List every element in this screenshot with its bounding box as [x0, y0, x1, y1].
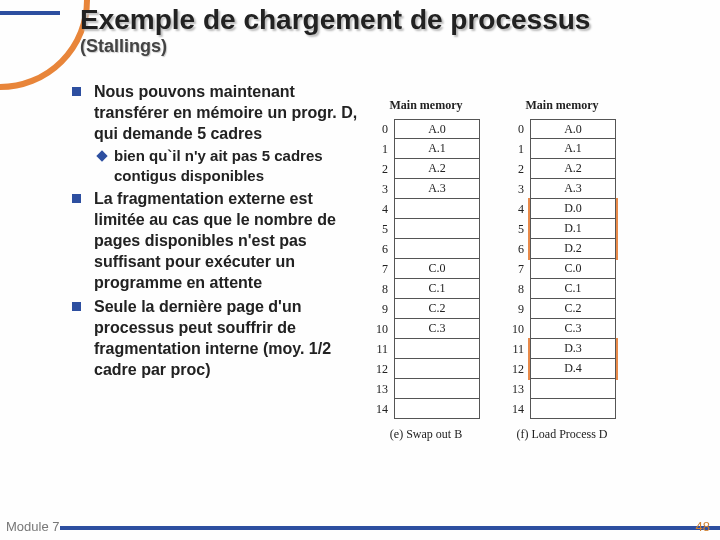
footer-module: Module 7 — [6, 519, 59, 534]
memory-cell: C.2 — [394, 299, 480, 319]
memory-cell — [530, 379, 616, 399]
memory-cell: C.2 — [530, 299, 616, 319]
memory-table-right: 0A.01A.12A.23A.34D.05D.16D.27C.08C.19C.2… — [508, 119, 616, 419]
memory-table-left: 0A.01A.12A.23A.34567C.08C.19C.210C.31112… — [372, 119, 480, 419]
memory-cell: A.0 — [530, 119, 616, 139]
memory-cell — [394, 399, 480, 419]
bullet-1-text: Nous pouvons maintenant transférer en mé… — [94, 83, 357, 142]
figure-right-caption: (f) Load Process D — [508, 427, 616, 442]
table-row: 2A.2 — [508, 159, 616, 179]
table-row: 4D.0 — [508, 199, 616, 219]
table-row: 1A.1 — [508, 139, 616, 159]
table-row: 9C.2 — [508, 299, 616, 319]
memory-cell — [394, 239, 480, 259]
memory-cell: D.1 — [530, 219, 616, 239]
row-index: 5 — [508, 222, 530, 237]
figure-left: Main memory 0A.01A.12A.23A.34567C.08C.19… — [372, 98, 480, 442]
table-row: 11 — [372, 339, 480, 359]
figure-right-title: Main memory — [508, 98, 616, 113]
row-index: 8 — [372, 282, 394, 297]
memory-cell: A.3 — [394, 179, 480, 199]
memory-cell — [394, 219, 480, 239]
table-row: 2A.2 — [372, 159, 480, 179]
memory-cell: A.1 — [394, 139, 480, 159]
memory-cell — [394, 379, 480, 399]
memory-cell: A.3 — [530, 179, 616, 199]
row-index: 2 — [372, 162, 394, 177]
memory-cell: C.3 — [394, 319, 480, 339]
memory-cell: A.2 — [530, 159, 616, 179]
slide-subtitle: (Stallings) — [80, 36, 167, 57]
bullet-1: Nous pouvons maintenant transférer en mé… — [72, 82, 362, 185]
table-row: 3A.3 — [372, 179, 480, 199]
figure-left-caption: (e) Swap out B — [372, 427, 480, 442]
figure-left-title: Main memory — [372, 98, 480, 113]
bullet-1-sub: bien qu`il n'y ait pas 5 cadres contigus… — [94, 146, 362, 185]
table-row: 6 — [372, 239, 480, 259]
table-row: 6D.2 — [508, 239, 616, 259]
table-row: 14 — [508, 399, 616, 419]
row-index: 7 — [508, 262, 530, 277]
body-text: Nous pouvons maintenant transférer en mé… — [72, 82, 362, 385]
table-row: 3A.3 — [508, 179, 616, 199]
bottom-accent-line — [60, 526, 720, 530]
table-row: 10C.3 — [372, 319, 480, 339]
table-row: 12 — [372, 359, 480, 379]
table-row: 0A.0 — [508, 119, 616, 139]
memory-cell: A.2 — [394, 159, 480, 179]
row-index: 14 — [508, 402, 530, 417]
row-index: 3 — [372, 182, 394, 197]
table-row: 0A.0 — [372, 119, 480, 139]
row-index: 7 — [372, 262, 394, 277]
row-index: 1 — [372, 142, 394, 157]
memory-cell — [394, 339, 480, 359]
bullet-2: La fragmentation externe est limitée au … — [72, 189, 362, 293]
table-row: 12D.4 — [508, 359, 616, 379]
table-row: 11D.3 — [508, 339, 616, 359]
memory-cell: D.3 — [530, 339, 616, 359]
memory-cell: A.1 — [530, 139, 616, 159]
memory-cell — [394, 199, 480, 219]
row-index: 5 — [372, 222, 394, 237]
row-index: 10 — [372, 322, 394, 337]
row-index: 6 — [508, 242, 530, 257]
memory-figures: Main memory 0A.01A.12A.23A.34567C.08C.19… — [372, 98, 712, 442]
row-index: 12 — [508, 362, 530, 377]
row-index: 11 — [508, 342, 530, 357]
row-index: 0 — [372, 122, 394, 137]
table-row: 8C.1 — [372, 279, 480, 299]
top-accent-line — [0, 11, 60, 15]
row-index: 1 — [508, 142, 530, 157]
row-index: 4 — [372, 202, 394, 217]
memory-cell: D.0 — [530, 199, 616, 219]
bullet-3: Seule la dernière page d'un processus pe… — [72, 297, 362, 380]
memory-cell: C.1 — [394, 279, 480, 299]
memory-cell: C.3 — [530, 319, 616, 339]
table-row: 14 — [372, 399, 480, 419]
slide-title: Exemple de chargement de processus — [80, 4, 590, 36]
row-index: 2 — [508, 162, 530, 177]
figure-right: Main memory 0A.01A.12A.23A.34D.05D.16D.2… — [508, 98, 616, 442]
row-index: 13 — [508, 382, 530, 397]
memory-cell: A.0 — [394, 119, 480, 139]
table-row: 7C.0 — [508, 259, 616, 279]
table-row: 7C.0 — [372, 259, 480, 279]
table-row: 13 — [372, 379, 480, 399]
table-row: 1A.1 — [372, 139, 480, 159]
table-row: 8C.1 — [508, 279, 616, 299]
table-row: 5D.1 — [508, 219, 616, 239]
memory-cell — [530, 399, 616, 419]
row-index: 13 — [372, 382, 394, 397]
row-index: 6 — [372, 242, 394, 257]
row-index: 9 — [508, 302, 530, 317]
memory-cell: C.1 — [530, 279, 616, 299]
memory-cell: C.0 — [530, 259, 616, 279]
row-index: 9 — [372, 302, 394, 317]
table-row: 9C.2 — [372, 299, 480, 319]
row-index: 3 — [508, 182, 530, 197]
table-row: 10C.3 — [508, 319, 616, 339]
table-row: 4 — [372, 199, 480, 219]
row-index: 12 — [372, 362, 394, 377]
row-index: 10 — [508, 322, 530, 337]
memory-cell: D.2 — [530, 239, 616, 259]
